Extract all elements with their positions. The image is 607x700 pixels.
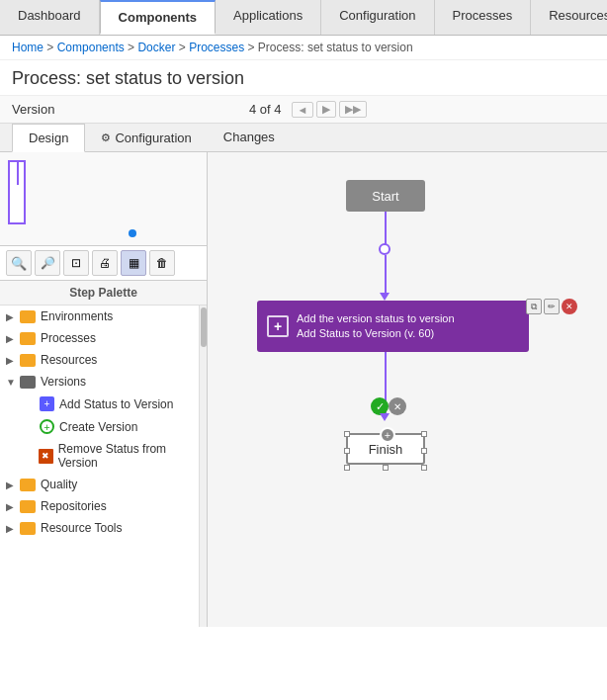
delete-node-button[interactable]: ✕ [562, 299, 577, 314]
version-bar: Version 4 of 4 ◄ ▶ ▶▶ [0, 96, 607, 124]
sidebar-item-remove-status[interactable]: ✖ Remove Status from Version [20, 438, 199, 474]
nav-dashboard[interactable]: Dashboard [0, 0, 100, 35]
print-button[interactable]: 🖨 [92, 250, 118, 276]
nav-resources[interactable]: Resources [531, 0, 607, 35]
zoom-in-button[interactable]: 🔍 [6, 250, 32, 276]
sidebar-item-resource-tools[interactable]: ▶ Resource Tools [0, 517, 199, 539]
zoom-out-icon: 🔎 [41, 256, 55, 270]
zoom-in-icon: 🔍 [11, 256, 27, 271]
copy-button[interactable]: ⧉ [526, 299, 542, 314]
remove-status-icon: ✖ [39, 449, 53, 464]
sidebar-item-processes[interactable]: ▶ Processes [0, 327, 199, 349]
tab-configuration[interactable]: ⚙ Configuration [85, 124, 207, 151]
create-version-icon: + [40, 419, 54, 434]
version-prev[interactable]: ▶ [316, 101, 336, 118]
sidebar-item-create-version[interactable]: + Create Version [20, 415, 199, 438]
arrow-icon: ▶ [6, 480, 18, 490]
sidebar-item-label: Environments [41, 309, 113, 323]
version-label: Version [12, 102, 130, 117]
tree: ▶ Environments ▶ Processes ▶ Resources [0, 306, 199, 627]
version-prev-first[interactable]: ◄ [292, 102, 314, 118]
handle-tr [421, 431, 427, 437]
breadcrumb-current: Process: set status to version [258, 41, 413, 54]
print-icon: 🖨 [99, 256, 111, 270]
breadcrumb-processes[interactable]: Processes [189, 41, 244, 54]
sidebar-item-repositories[interactable]: ▶ Repositories [0, 495, 199, 517]
zoom-fit-button[interactable]: ⊡ [63, 250, 89, 276]
scrollbar-track [199, 306, 207, 627]
version-next[interactable]: ▶▶ [339, 101, 367, 118]
breadcrumb-components[interactable]: Components [57, 41, 125, 54]
zoom-fit-icon: ⊡ [71, 256, 81, 270]
connector-1 [385, 212, 387, 246]
folder-icon [20, 500, 36, 513]
zoom-out-button[interactable]: 🔎 [35, 250, 60, 276]
handle-bm [383, 465, 389, 471]
tab-design[interactable]: Design [12, 124, 85, 152]
handle-bl [344, 465, 350, 471]
step-palette: 🔍 🔎 ⊡ 🖨 ▦ 🗑 Step Palette [0, 152, 208, 627]
connector-2 [385, 255, 387, 295]
handle-br [421, 465, 427, 471]
action-node-controls: ⧉ ✏ ✕ [526, 299, 577, 314]
gear-icon: ⚙ [101, 131, 111, 144]
sidebar-item-quality[interactable]: ▶ Quality [0, 474, 199, 495]
top-nav: Dashboard Components Applications Config… [0, 0, 607, 36]
breadcrumb: Home > Components > Docker > Processes >… [0, 36, 607, 60]
sidebar-item-label: Create Version [59, 420, 137, 434]
connector-circle-1 [379, 243, 390, 255]
handle-ml [344, 448, 350, 454]
sidebar-item-label: Remove Status from Version [58, 442, 193, 470]
handle-mr [421, 448, 427, 454]
breadcrumb-home[interactable]: Home [12, 41, 43, 54]
finish-add-circle[interactable]: + [380, 427, 395, 443]
tabs-bar: Design ⚙ Configuration Changes [0, 124, 607, 152]
arrow-icon: ▶ [6, 523, 18, 534]
folder-open-icon [20, 376, 36, 389]
scrollbar-thumb[interactable] [201, 307, 207, 347]
start-node[interactable]: Start [346, 180, 425, 212]
arrow-icon: ▶ [6, 333, 18, 344]
trash-icon: 🗑 [156, 256, 168, 270]
handle-tl [344, 431, 350, 437]
edit-button[interactable]: ✏ [544, 299, 560, 314]
add-status-icon: + [40, 396, 54, 411]
folder-icon [20, 332, 36, 345]
process-canvas: Start + Add the version status to versio… [208, 152, 607, 627]
action-node-icon: + [267, 315, 289, 337]
toolbar: 🔍 🔎 ⊡ 🖨 ▦ 🗑 [0, 246, 207, 281]
sidebar-item-label: Repositories [41, 499, 107, 513]
tree-container: ▶ Environments ▶ Processes ▶ Resources [0, 306, 207, 627]
arrow-down-icon: ▼ [6, 377, 18, 388]
sidebar-item-add-status[interactable]: + Add Status to Version [20, 393, 199, 415]
page-title: Process: set status to version [0, 60, 607, 96]
action-node[interactable]: + Add the version status to versionAdd S… [257, 301, 529, 352]
sidebar-item-environments[interactable]: ▶ Environments [0, 306, 199, 327]
delete-button[interactable]: 🗑 [149, 250, 175, 276]
arrow-icon: ▶ [6, 311, 18, 322]
version-count: 4 of 4 [249, 102, 282, 117]
sidebar-item-label: Resources [41, 353, 97, 367]
folder-icon [20, 310, 36, 323]
version-nav: ◄ ▶ ▶▶ [292, 101, 368, 118]
grid-toggle-button[interactable]: ▦ [121, 250, 146, 276]
action-node-label: Add the version status to versionAdd Sta… [297, 311, 455, 342]
workspace: 🔍 🔎 ⊡ 🖨 ▦ 🗑 Step Palette [0, 152, 607, 627]
grid-icon: ▦ [129, 256, 139, 270]
status-x-circle: ✕ [389, 397, 406, 415]
nav-configuration[interactable]: Configuration [321, 0, 434, 35]
sidebar-item-resources[interactable]: ▶ Resources [0, 349, 199, 371]
arrow-down-2 [380, 413, 390, 421]
nav-processes[interactable]: Processes [435, 0, 532, 35]
sidebar-item-label: Resource Tools [41, 521, 123, 535]
sidebar-item-label: Quality [41, 478, 77, 491]
nav-components[interactable]: Components [100, 0, 216, 35]
arrow-icon: ▶ [6, 501, 18, 512]
nav-applications[interactable]: Applications [216, 0, 321, 35]
arrow-icon: ▶ [6, 355, 18, 366]
sidebar-item-versions[interactable]: ▼ Versions [0, 371, 199, 393]
breadcrumb-docker[interactable]: Docker [137, 41, 175, 54]
tab-changes[interactable]: Changes [208, 124, 291, 151]
folder-icon [20, 522, 36, 535]
sidebar-item-label: Processes [41, 331, 96, 345]
